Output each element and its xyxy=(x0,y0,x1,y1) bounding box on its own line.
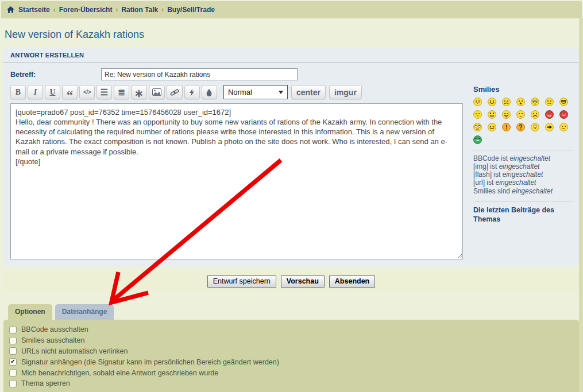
sidebar-divider xyxy=(473,150,573,150)
options-panel: BBCode ausschaltenSmilies ausschaltenURL… xyxy=(3,320,579,392)
option-label: Signatur anhängen (die Signatur kann im … xyxy=(21,358,279,366)
actions-bar: Entwurf speichernVorschauAbsenden xyxy=(3,271,579,292)
option-row-3: ✔Signatur anhängen (die Signatur kann im… xyxy=(9,356,573,367)
toolbar-italic-button[interactable]: I xyxy=(28,85,43,99)
toolbar-list-ordered-button[interactable]: ≣ xyxy=(114,85,129,99)
option-row-0: BBCode ausschalten xyxy=(9,324,573,335)
bbcode-status-line: BBCode ist eingeschaltet xyxy=(473,154,573,162)
breadcrumb-separator: ‹ xyxy=(53,6,56,14)
smiley-mrgreen-icon[interactable] xyxy=(473,135,482,144)
option-label: URLs nicht automatisch verlinken xyxy=(21,347,128,355)
option-row-4: Mich benachrichtigen, sobald eine Antwor… xyxy=(9,367,573,378)
tab-optionen[interactable]: Optionen xyxy=(8,304,52,320)
font-size-select[interactable]: Normal xyxy=(223,85,288,99)
smiley-confused-icon[interactable] xyxy=(545,98,554,106)
breadcrumb-separator: ‹ xyxy=(161,6,164,14)
smiley-arrow-icon[interactable] xyxy=(545,123,554,131)
smiley-neutral-icon[interactable] xyxy=(559,123,568,131)
bbcode-status: BBCode ist eingeschaltet[img] ist einges… xyxy=(473,154,573,195)
last-posts-link[interactable]: Die letzten Beiträge des Themas xyxy=(473,205,562,224)
toolbar-tint-button[interactable] xyxy=(202,85,217,99)
toolbar-list-bullet-button[interactable]: ☰ xyxy=(96,85,112,99)
message-textarea[interactable]: [quote=prado67 post_id=76352 time=157645… xyxy=(10,103,463,259)
smiley-razz-icon[interactable] xyxy=(502,110,511,119)
bbcode-status-line: [url] ist eingeschaltet xyxy=(473,178,573,187)
toolbar-list-item-button[interactable]: ∗ xyxy=(131,85,147,99)
toolbar-image-button[interactable] xyxy=(149,85,165,99)
smilies-grid xyxy=(473,98,572,144)
smiley-wink-icon[interactable] xyxy=(488,123,496,131)
format-toolbar: BIU“</>☰≣∗ Normal center imgur xyxy=(10,85,463,99)
checkbox-unchecked[interactable] xyxy=(9,380,17,387)
tab-dateianhaenge[interactable]: Dateianhänge xyxy=(55,304,114,320)
sidebar-divider xyxy=(473,201,573,201)
editor-column: BIU“</>☰≣∗ Normal center imgur [quote=pr… xyxy=(10,85,463,259)
toolbar-flash-button[interactable] xyxy=(184,85,200,99)
smiley-twisted-icon[interactable] xyxy=(559,110,568,119)
toolbar-link-button[interactable] xyxy=(167,85,183,99)
breadcrumb-items: Startseite‹Foren-Übersicht‹Ration Talk‹B… xyxy=(18,6,215,14)
smiley-smile-icon[interactable] xyxy=(488,98,496,106)
option-row-1: Smilies ausschalten xyxy=(9,335,573,346)
option-label: Thema sperren xyxy=(21,379,70,387)
smiley-cry-icon[interactable] xyxy=(531,110,539,119)
action-save-draft-button[interactable]: Entwurf speichern xyxy=(207,275,276,288)
smiley-shock-icon[interactable] xyxy=(531,98,539,106)
action-preview-button[interactable]: Vorschau xyxy=(281,275,325,288)
tabs-row: Optionen Dateianhänge xyxy=(8,304,583,320)
option-label: Mich benachrichtigen, sobald eine Antwor… xyxy=(21,369,218,377)
page-title: New version of Kazakh rations xyxy=(5,29,583,41)
font-size-value: Normal xyxy=(228,88,252,96)
smiley-very-happy-icon[interactable] xyxy=(473,98,482,106)
breadcrumb: Startseite‹Foren-Übersicht‹Ration Talk‹B… xyxy=(1,1,582,18)
smiley-roll-icon[interactable] xyxy=(473,123,482,131)
breadcrumb-item-2[interactable]: Ration Talk xyxy=(121,6,158,14)
smiley-mad-icon[interactable] xyxy=(488,110,496,119)
bbcode-status-line: [flash] ist eingeschaltet xyxy=(473,170,573,178)
options-list: BBCode ausschaltenSmilies ausschaltenURL… xyxy=(9,324,573,389)
smiley-surprised-icon[interactable] xyxy=(516,98,525,106)
home-icon[interactable] xyxy=(7,6,14,13)
subject-label: Betreff: xyxy=(10,71,101,79)
checkbox-unchecked[interactable] xyxy=(9,326,17,333)
subject-input[interactable] xyxy=(101,68,298,80)
smiley-cool-icon[interactable] xyxy=(559,98,568,106)
breadcrumb-item-1[interactable]: Foren-Übersicht xyxy=(59,6,113,14)
toolbar-quote-button[interactable]: “ xyxy=(62,85,78,99)
option-row-2: URLs nicht automatisch verlinken xyxy=(9,346,573,357)
section-title: ANTWORT ERSTELLEN xyxy=(3,48,579,63)
caret-down-icon xyxy=(279,91,283,94)
smiley-evil-icon[interactable] xyxy=(545,110,554,119)
page-right-margin xyxy=(579,18,583,392)
toolbar-imgur-button[interactable]: imgur xyxy=(329,85,362,99)
smiley-exclaim-icon[interactable] xyxy=(502,123,511,131)
smiley-idea-icon[interactable] xyxy=(531,123,539,131)
checkbox-unchecked[interactable] xyxy=(9,347,17,355)
bbcode-status-line: [img] ist eingeschaltet xyxy=(473,162,573,170)
checkbox-unchecked[interactable] xyxy=(9,337,17,344)
reply-form-panel: ANTWORT ERSTELLEN Betreff: BIU“</>☰≣∗ No… xyxy=(3,48,579,266)
checkbox-checked[interactable]: ✔ xyxy=(9,358,17,366)
option-label: BBCode ausschalten xyxy=(21,325,88,333)
toolbar-underline-button[interactable]: U xyxy=(45,85,60,99)
smiley-sad-icon[interactable] xyxy=(502,98,511,106)
breadcrumb-separator: ‹ xyxy=(115,6,118,14)
subject-row: Betreff: xyxy=(3,63,579,81)
smilies-title: Smilies xyxy=(473,85,573,94)
checkbox-unchecked[interactable] xyxy=(9,369,17,377)
editor-sidebar: Smilies BBCode ist eingeschaltet[img] is… xyxy=(473,85,573,259)
breadcrumb-item-0[interactable]: Startseite xyxy=(18,6,50,14)
option-row-5: Thema sperren xyxy=(9,378,573,389)
toolbar-center-button[interactable]: center xyxy=(291,85,326,99)
smiley-lol-icon[interactable] xyxy=(473,110,482,119)
smiley-question-icon[interactable] xyxy=(516,123,525,131)
action-submit-button[interactable]: Absenden xyxy=(329,275,375,288)
editor-row: BIU“</>☰≣∗ Normal center imgur [quote=pr… xyxy=(3,81,579,259)
toolbar-code-button[interactable]: </> xyxy=(79,85,95,99)
toolbar-bold-button[interactable]: B xyxy=(10,85,26,99)
breadcrumb-item-3[interactable]: Buy/Sell/Trade xyxy=(167,6,215,14)
option-label: Smilies ausschalten xyxy=(21,336,84,344)
bbcode-status-line: Smilies sind eingeschaltet xyxy=(473,187,573,195)
smiley-oops-icon[interactable] xyxy=(516,110,525,119)
